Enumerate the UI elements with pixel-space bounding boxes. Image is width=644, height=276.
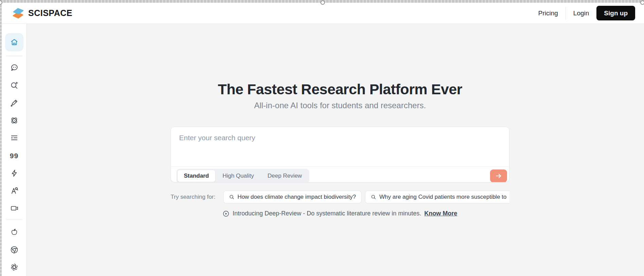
- sidebar-item-citations[interactable]: 99: [5, 147, 23, 164]
- search-mode-tabs: Standard High Quality Deep Review: [176, 169, 309, 182]
- login-link[interactable]: Login: [573, 10, 589, 17]
- scispace-logo-icon: [11, 6, 25, 20]
- sidebar-item-apple-app[interactable]: [5, 223, 23, 241]
- sidebar-item-home[interactable]: [5, 33, 23, 51]
- sidebar-item-concepts[interactable]: [5, 112, 23, 129]
- pencil-sparkle-icon: [10, 98, 19, 107]
- signup-button[interactable]: Sign up: [596, 6, 635, 20]
- chat-bot-icon: [10, 63, 19, 72]
- nav-divider: [565, 7, 566, 19]
- search-sparkle-icon: [10, 81, 19, 90]
- flash-icon: [10, 169, 19, 178]
- tab-standard[interactable]: Standard: [177, 170, 215, 182]
- announcement-banner: Introducing Deep-Review - Do systematic …: [171, 210, 509, 217]
- apple-icon: [10, 228, 19, 237]
- play-circle-icon: [223, 210, 229, 217]
- sidebar-item-chat[interactable]: [5, 59, 23, 77]
- sidebar-item-topics[interactable]: [5, 129, 23, 147]
- search-icon: [371, 194, 376, 200]
- know-more-link[interactable]: Know More: [424, 210, 457, 217]
- sidebar-divider-bottom: [6, 220, 22, 220]
- tab-deep-review[interactable]: Deep Review: [261, 170, 308, 182]
- search-icon: [229, 194, 234, 200]
- search-footer: Standard High Quality Deep Review: [171, 168, 509, 182]
- tab-high-quality[interactable]: High Quality: [216, 170, 261, 182]
- sidebar-item-paraphraser[interactable]: [5, 182, 23, 199]
- sidebar-item-ai-search[interactable]: [5, 77, 23, 94]
- pricing-link[interactable]: Pricing: [538, 10, 558, 17]
- resize-handle-right[interactable]: [640, 0, 644, 5]
- sidebar-item-chrome-extension[interactable]: [5, 241, 23, 259]
- sidebar-item-ai-writer[interactable]: [5, 94, 23, 112]
- suggestions-label: Try searching for:: [171, 194, 215, 200]
- list-play-icon: [10, 133, 19, 142]
- suggestion-chip[interactable]: How does climate change impact biodivers…: [223, 191, 362, 204]
- suggestion-text: Why are aging Covid patients more suscep…: [379, 194, 506, 200]
- resize-handle-center[interactable]: [320, 0, 325, 5]
- page-title: The Fastest Research Platform Ever: [171, 81, 509, 98]
- atom-icon: [10, 116, 19, 125]
- sidebar-item-video[interactable]: [5, 199, 23, 217]
- announcement-text: Introducing Deep-Review - Do systematic …: [232, 210, 421, 217]
- header-nav: Pricing Login Sign up: [538, 6, 635, 20]
- window-selection-left-strip: [0, 3, 2, 276]
- main-content: The Fastest Research Platform Ever All-i…: [27, 24, 644, 276]
- sidebar-divider: [6, 56, 22, 56]
- tool-sidebar: 99: [2, 24, 27, 276]
- quotes-icon: 99: [10, 152, 18, 159]
- scispace-logo[interactable]: SCISPACE: [11, 6, 72, 20]
- chrome-icon: [10, 245, 19, 254]
- sidebar-item-gpt-plugin[interactable]: [5, 259, 23, 276]
- search-input[interactable]: [171, 127, 509, 167]
- search-suggestions: Try searching for: How does climate chan…: [171, 191, 509, 204]
- page-subtitle: All-in-one AI tools for students and res…: [171, 101, 509, 110]
- home-icon: [10, 38, 19, 47]
- scispace-home-page: SCISPACE Pricing Login Sign up: [0, 0, 644, 276]
- video-icon: [10, 204, 19, 213]
- sidebar-item-extract[interactable]: [5, 164, 23, 182]
- suggestion-chip[interactable]: Why are aging Covid patients more suscep…: [365, 191, 509, 204]
- text-search-icon: [10, 186, 19, 195]
- top-header: SCISPACE Pricing Login Sign up: [2, 3, 644, 24]
- brand-name: SCISPACE: [28, 8, 72, 18]
- openai-icon: [10, 263, 19, 272]
- arrow-right-icon: [495, 172, 502, 180]
- search-card: Standard High Quality Deep Review: [171, 127, 509, 182]
- search-submit-button[interactable]: [490, 169, 507, 182]
- suggestion-text: How does climate change impact biodivers…: [238, 194, 356, 200]
